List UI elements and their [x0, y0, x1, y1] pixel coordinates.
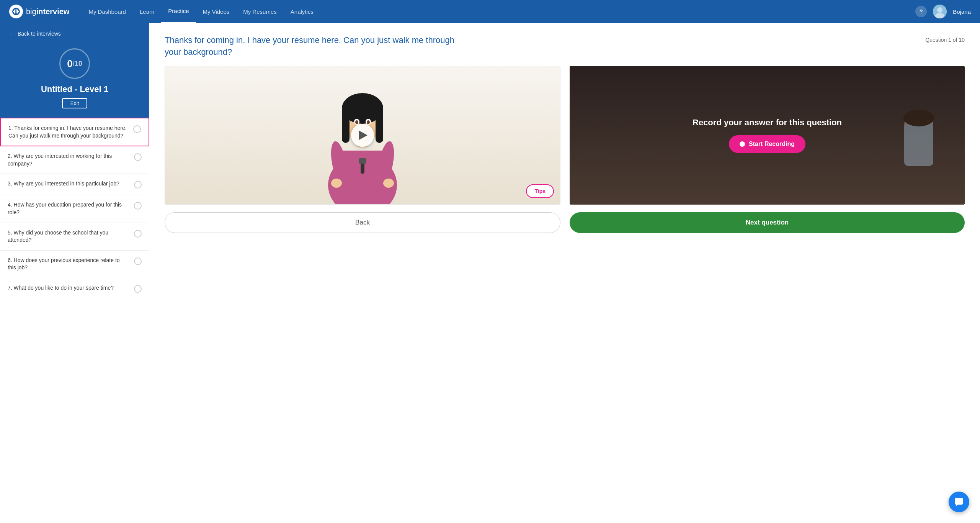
- question-item-6[interactable]: 6. How does your previous experience rel…: [0, 251, 149, 278]
- progress-circle: 0/10: [59, 48, 90, 79]
- sidebar-title: Untitled - Level 1: [41, 84, 108, 94]
- question-radio-4: [134, 202, 142, 210]
- svg-point-4: [937, 7, 942, 13]
- svg-point-2: [18, 11, 19, 12]
- page-layout: ← Back to interviews 0/10 Untitled - Lev…: [0, 23, 980, 523]
- question-counter: Question 1 of 10: [925, 37, 965, 43]
- question-item-3[interactable]: 3. Why are you interested in this partic…: [0, 174, 149, 195]
- svg-rect-12: [376, 105, 383, 143]
- question-text-1: 1. Thanks for coming in. I have your res…: [8, 125, 129, 139]
- next-question-button[interactable]: Next question: [570, 212, 965, 233]
- nav-links: My Dashboard Learn Practice My Videos My…: [82, 0, 915, 23]
- question-text-4: 4. How has your education prepared you f…: [8, 201, 129, 216]
- question-text-2: 2. Why are you interested in working for…: [8, 152, 129, 167]
- back-arrow-icon: ←: [9, 31, 15, 37]
- nav-practice[interactable]: Practice: [161, 0, 196, 23]
- record-dot-icon: [740, 141, 745, 147]
- user-avatar[interactable]: [933, 5, 947, 18]
- nav-learn[interactable]: Learn: [133, 0, 161, 23]
- question-radio-3: [134, 181, 142, 189]
- start-recording-label: Start Recording: [749, 141, 795, 148]
- question-item-7[interactable]: 7. What do you like to do in your spare …: [0, 278, 149, 299]
- nav-my-videos[interactable]: My Videos: [196, 0, 237, 23]
- record-panel-title: Record your answer for this question: [693, 118, 842, 128]
- brand-logo[interactable]: biginterview: [9, 5, 69, 18]
- question-radio-6: [134, 257, 142, 265]
- video-placeholder: Tips: [165, 66, 560, 204]
- brand-name: biginterview: [26, 7, 69, 16]
- tips-button[interactable]: Tips: [526, 184, 554, 198]
- svg-point-19: [331, 179, 342, 188]
- svg-point-16: [367, 120, 370, 124]
- video-panel: Tips: [165, 66, 560, 205]
- back-button[interactable]: Back: [165, 212, 560, 233]
- back-to-interviews[interactable]: ← Back to interviews: [0, 23, 149, 44]
- svg-point-25: [903, 110, 934, 126]
- nav-analytics[interactable]: Analytics: [284, 0, 320, 23]
- question-title: Thanks for coming in. I have your resume…: [165, 34, 463, 58]
- play-button[interactable]: [351, 124, 374, 147]
- question-item-2[interactable]: 2. Why are you interested in working for…: [0, 146, 149, 174]
- question-radio-7: [134, 285, 142, 293]
- svg-point-20: [383, 179, 394, 188]
- main-content: Thanks for coming in. I have your resume…: [149, 23, 980, 523]
- question-text-5: 5. Why did you choose the school that yo…: [8, 229, 129, 244]
- question-radio-1: [133, 125, 141, 133]
- question-text-3: 3. Why are you interested in this partic…: [8, 180, 129, 188]
- question-header: Thanks for coming in. I have your resume…: [165, 34, 965, 58]
- sidebar-header: 0/10 Untitled - Level 1 Edit: [0, 44, 149, 118]
- question-text-6: 6. How does your previous experience rel…: [8, 257, 129, 272]
- question-item-1[interactable]: 1. Thanks for coming in. I have your res…: [0, 118, 149, 146]
- navbar: biginterview My Dashboard Learn Practice…: [0, 0, 980, 23]
- svg-point-1: [13, 11, 15, 12]
- record-panel: Record your answer for this question Sta…: [570, 66, 965, 205]
- svg-point-15: [355, 120, 358, 124]
- record-content: Record your answer for this question Sta…: [693, 118, 842, 153]
- bottom-row: Back Next question: [165, 212, 965, 233]
- start-recording-button[interactable]: Start Recording: [729, 135, 805, 153]
- help-button[interactable]: ?: [915, 6, 927, 17]
- brand-icon: [9, 5, 23, 18]
- user-name: Bojana: [953, 8, 971, 15]
- svg-rect-21: [361, 162, 364, 174]
- svg-rect-24: [904, 124, 933, 166]
- sidebar: ← Back to interviews 0/10 Untitled - Lev…: [0, 23, 149, 523]
- question-item-5[interactable]: 5. Why did you choose the school that yo…: [0, 223, 149, 251]
- nav-my-resumes[interactable]: My Resumes: [236, 0, 284, 23]
- svg-rect-22: [359, 158, 366, 164]
- question-list: 1. Thanks for coming in. I have your res…: [0, 118, 149, 523]
- nav-dashboard[interactable]: My Dashboard: [82, 0, 133, 23]
- question-radio-5: [134, 230, 142, 238]
- content-row: Tips Record your answer for this questio…: [165, 66, 965, 205]
- question-text-7: 7. What do you like to do in your spare …: [8, 284, 129, 292]
- back-to-interviews-label: Back to interviews: [18, 31, 61, 37]
- nav-right: ? Bojana: [915, 5, 971, 18]
- question-radio-2: [134, 153, 142, 161]
- svg-rect-11: [342, 105, 350, 143]
- edit-button[interactable]: Edit: [62, 98, 87, 108]
- chat-bubble-button[interactable]: [949, 492, 969, 512]
- question-item-4[interactable]: 4. How has your education prepared you f…: [0, 195, 149, 223]
